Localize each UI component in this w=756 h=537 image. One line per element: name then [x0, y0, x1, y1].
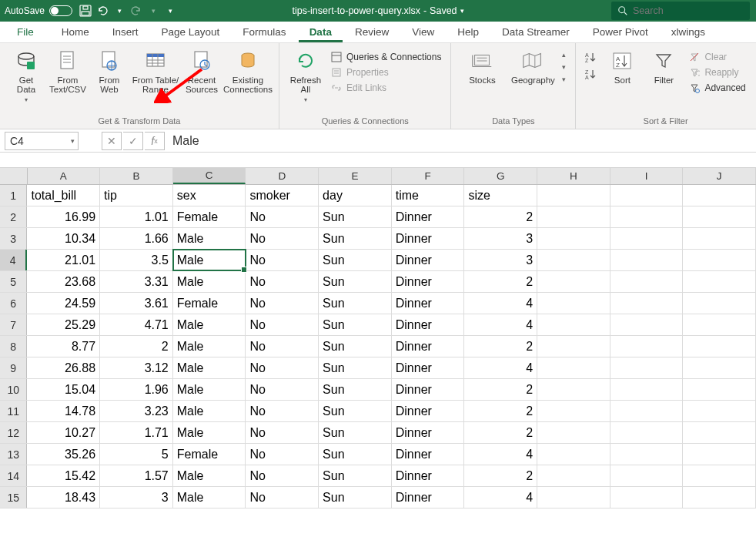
column-header-D[interactable]: D — [246, 168, 319, 184]
select-all-corner[interactable] — [0, 168, 28, 184]
cell-A2[interactable]: 16.99 — [27, 206, 100, 227]
tab-data[interactable]: Data — [299, 23, 343, 42]
cell-F12[interactable]: Dinner — [392, 422, 465, 443]
cell-G5[interactable]: 2 — [464, 271, 537, 292]
cell-D1[interactable]: smoker — [246, 185, 319, 206]
cell-H10[interactable] — [537, 379, 610, 400]
cell-B2[interactable]: 1.01 — [100, 206, 173, 227]
queries-connections-button[interactable]: Queries & Connections — [327, 49, 444, 65]
cell-J15[interactable] — [683, 487, 756, 508]
cell-C15[interactable]: Male — [173, 487, 246, 508]
cell-J6[interactable] — [683, 293, 756, 314]
row-header-11[interactable]: 11 — [0, 401, 27, 421]
cell-H6[interactable] — [537, 293, 610, 314]
cell-I11[interactable] — [610, 401, 684, 421]
row-header-13[interactable]: 13 — [0, 444, 27, 465]
search-input[interactable] — [633, 5, 741, 16]
cell-E14[interactable]: Sun — [319, 465, 392, 486]
cell-H11[interactable] — [537, 401, 610, 421]
cell-A15[interactable]: 18.43 — [27, 487, 100, 508]
cell-J4[interactable] — [683, 250, 756, 270]
cell-E13[interactable]: Sun — [319, 444, 392, 465]
cell-C4[interactable]: Male — [173, 250, 246, 270]
stocks-button[interactable]: Stocks — [457, 46, 507, 87]
row-header-5[interactable]: 5 — [0, 271, 27, 292]
qat-customize-icon[interactable]: ▾ — [162, 2, 179, 19]
cell-G12[interactable]: 2 — [464, 422, 537, 443]
cell-B4[interactable]: 3.5 — [100, 250, 173, 270]
cell-G4[interactable]: 3 — [464, 250, 537, 270]
row-header-4[interactable]: 4 — [0, 250, 27, 270]
cell-J8[interactable] — [683, 336, 756, 357]
cell-I4[interactable] — [610, 250, 684, 270]
cell-G14[interactable]: 2 — [464, 465, 537, 486]
column-header-C[interactable]: C — [173, 168, 246, 184]
cell-B1[interactable]: tip — [100, 185, 173, 206]
row-header-10[interactable]: 10 — [0, 379, 27, 400]
cell-F1[interactable]: time — [392, 185, 465, 206]
redo-dropdown-icon[interactable]: ▾ — [145, 2, 162, 19]
cell-F15[interactable]: Dinner — [392, 487, 465, 508]
cell-C13[interactable]: Female — [173, 444, 246, 465]
cell-G7[interactable]: 4 — [464, 314, 537, 335]
cell-F8[interactable]: Dinner — [392, 336, 465, 357]
cell-E3[interactable]: Sun — [319, 228, 392, 249]
cell-A8[interactable]: 8.77 — [27, 336, 100, 357]
cell-F6[interactable]: Dinner — [392, 293, 465, 314]
datatypes-scroll-down-icon[interactable]: ▾ — [562, 63, 566, 71]
column-header-I[interactable]: I — [610, 168, 684, 184]
cell-I13[interactable] — [610, 444, 684, 465]
tab-review[interactable]: Review — [344, 23, 400, 42]
cell-I14[interactable] — [610, 465, 684, 486]
undo-icon[interactable] — [94, 2, 111, 19]
datatypes-scroll-up-icon[interactable]: ▴ — [562, 51, 566, 59]
existing-connections-button[interactable]: Existing Connections — [223, 46, 273, 106]
cell-H4[interactable] — [537, 250, 610, 270]
redo-icon[interactable] — [128, 2, 145, 19]
cell-B9[interactable]: 3.12 — [100, 357, 173, 378]
cell-D12[interactable]: No — [246, 422, 319, 443]
cell-C6[interactable]: Female — [173, 293, 246, 314]
get-data-button[interactable]: Get Data ▾ — [6, 46, 46, 106]
cell-C12[interactable]: Male — [173, 422, 246, 443]
cell-F11[interactable]: Dinner — [392, 401, 465, 421]
cell-H8[interactable] — [537, 336, 610, 357]
cell-D2[interactable]: No — [246, 206, 319, 227]
cell-J3[interactable] — [683, 228, 756, 249]
cell-D4[interactable]: No — [246, 250, 319, 270]
cell-C8[interactable]: Male — [173, 336, 246, 357]
cell-B14[interactable]: 1.57 — [100, 465, 173, 486]
cell-H7[interactable] — [537, 314, 610, 335]
recent-sources-button[interactable]: Recent Sources — [182, 46, 222, 106]
cell-C7[interactable]: Male — [173, 314, 246, 335]
column-header-H[interactable]: H — [537, 168, 610, 184]
cell-F9[interactable]: Dinner — [392, 357, 465, 378]
cell-D13[interactable]: No — [246, 444, 319, 465]
cell-C1[interactable]: sex — [173, 185, 246, 206]
row-header-1[interactable]: 1 — [0, 185, 27, 206]
cell-D11[interactable]: No — [246, 401, 319, 421]
cell-B15[interactable]: 3 — [100, 487, 173, 508]
cell-A13[interactable]: 35.26 — [27, 444, 100, 465]
cell-A7[interactable]: 25.29 — [27, 314, 100, 335]
cell-E5[interactable]: Sun — [319, 271, 392, 292]
cell-I1[interactable] — [610, 185, 684, 206]
reapply-button[interactable]: Reapply — [685, 65, 748, 80]
cell-C10[interactable]: Male — [173, 379, 246, 400]
cell-A3[interactable]: 10.34 — [27, 228, 100, 249]
cancel-formula-button[interactable]: ✕ — [102, 132, 122, 150]
tab-data-streamer[interactable]: Data Streamer — [491, 23, 580, 42]
cell-A5[interactable]: 23.68 — [27, 271, 100, 292]
cell-J7[interactable] — [683, 314, 756, 335]
cell-I10[interactable] — [610, 379, 684, 400]
cell-F10[interactable]: Dinner — [392, 379, 465, 400]
row-header-8[interactable]: 8 — [0, 336, 27, 357]
cell-J9[interactable] — [683, 357, 756, 378]
cell-A6[interactable]: 24.59 — [27, 293, 100, 314]
from-text-csv-button[interactable]: From Text/CSV — [48, 46, 88, 106]
cell-I3[interactable] — [610, 228, 684, 249]
advanced-button[interactable]: Advanced — [685, 80, 748, 96]
cell-E8[interactable]: Sun — [319, 336, 392, 357]
cell-F13[interactable]: Dinner — [392, 444, 465, 465]
cell-H1[interactable] — [537, 185, 610, 206]
